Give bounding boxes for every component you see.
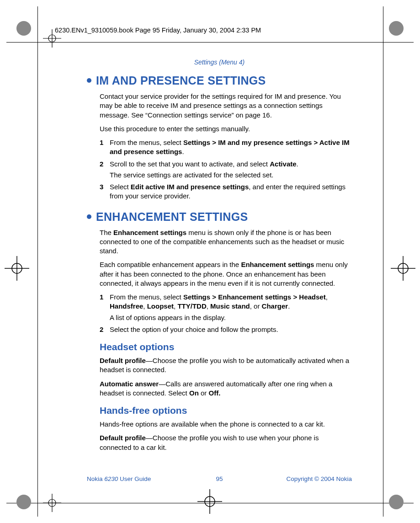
body-text: Default profile—Choose the profile you w… [100, 433, 352, 452]
heading-handsfree-options: Hands-free options [100, 405, 352, 416]
heading-headset-options: Headset options [100, 342, 352, 352]
color-swatch-icon [389, 495, 404, 509]
crop-line [6, 42, 414, 43]
registration-mark-icon [391, 256, 415, 281]
crop-line [383, 6, 383, 517]
step-sub: A list of options appears in the display… [110, 313, 352, 322]
step-sub: The service settings are activated for t… [110, 171, 352, 180]
registration-mark-icon [197, 489, 222, 514]
step-text: Select Edit active IM and presence setti… [110, 182, 352, 201]
crop-line [37, 6, 38, 517]
step-1: 1From the menus, select Settings > Enhan… [100, 293, 352, 322]
page-content: Settings (Menu 4) IM AND PRESENCE SETTIN… [87, 59, 352, 457]
step-text: From the menus, select Settings > IM and… [110, 138, 352, 157]
ordered-steps: 1From the menus, select Settings > Enhan… [100, 293, 352, 334]
body-text: Each compatible enhancement appears in t… [100, 260, 352, 288]
step-3: 3Select Edit active IM and presence sett… [100, 182, 352, 201]
step-2: 2Scroll to the set that you want to acti… [100, 160, 352, 180]
heading-im-presence: IM AND PRESENCE SETTINGS [87, 74, 352, 87]
heading-text: ENHANCEMENT SETTINGS [96, 210, 248, 223]
step-1: 1From the menus, select Settings > IM an… [100, 138, 352, 157]
body-text: Contact your service provider for the se… [100, 92, 352, 120]
color-swatch-icon [16, 495, 31, 509]
step-number: 2 [100, 160, 110, 180]
body-text: The Enhancement settings menu is shown o… [100, 228, 352, 256]
body-text: Automatic answer—Calls are answered auto… [100, 379, 352, 398]
step-number: 2 [100, 325, 110, 334]
breadcrumb: Settings (Menu 4) [87, 59, 352, 66]
body-text: Default profile—Choose the profile you w… [100, 356, 352, 375]
step-number: 1 [100, 293, 110, 322]
ordered-steps: 1From the menus, select Settings > IM an… [100, 138, 352, 201]
heading-text: IM AND PRESENCE SETTINGS [96, 74, 266, 87]
color-swatch-icon [16, 21, 31, 36]
step-2: 2Select the option of your choice and fo… [100, 325, 352, 334]
footer-page-number: 95 [87, 475, 352, 482]
bullet-icon [87, 214, 91, 219]
color-swatch-icon [389, 21, 404, 36]
body-text: Hands-free options are available when th… [100, 420, 352, 429]
step-number: 3 [100, 182, 110, 201]
bullet-icon [87, 78, 91, 83]
step-number: 1 [100, 138, 110, 157]
page: 6230.ENv1_9310059.book Page 95 Friday, J… [0, 0, 420, 523]
registration-mark-icon [5, 256, 29, 281]
heading-enhancement: ENHANCEMENT SETTINGS [87, 210, 352, 224]
registration-mark-icon [43, 494, 61, 512]
step-text: Scroll to the set that you want to activ… [110, 160, 352, 180]
source-header: 6230.ENv1_9310059.book Page 95 Friday, J… [55, 27, 261, 34]
step-text: From the menus, select Settings > Enhanc… [110, 293, 352, 322]
body-text: Use this procedure to enter the settings… [100, 124, 352, 133]
step-text: Select the option of your choice and fol… [110, 325, 352, 334]
page-footer: Nokia 6230 User Guide 95 Copyright © 200… [87, 475, 352, 482]
